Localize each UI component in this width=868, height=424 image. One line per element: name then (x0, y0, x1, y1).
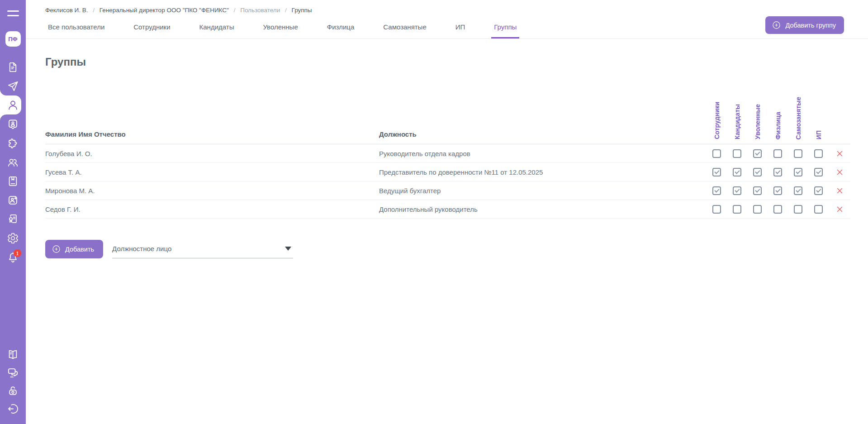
row-name: Седов Г. И. (45, 205, 379, 213)
checkbox-self-employed[interactable] (794, 205, 802, 214)
sidebar-item-notifications[interactable]: 1 (0, 248, 26, 267)
checkbox-candidates[interactable] (733, 186, 741, 195)
delete-row-button[interactable] (835, 167, 844, 177)
logout-icon (7, 403, 19, 415)
row-name: Голубева И. О. (45, 150, 379, 157)
delete-row-button[interactable] (835, 205, 844, 214)
gear-icon (7, 232, 19, 244)
checkbox-dismissed[interactable] (753, 168, 762, 176)
chevron-down-icon (285, 247, 291, 251)
checkbox-ip[interactable] (814, 186, 823, 195)
checkbox-ip[interactable] (814, 205, 823, 214)
add-group-button[interactable]: Добавить группу (765, 16, 844, 34)
checkbox-individuals[interactable] (773, 186, 782, 195)
checkbox-individuals[interactable] (773, 168, 782, 176)
role-select-value: Должностное лицо (112, 245, 171, 252)
app-logo[interactable]: ПФ (5, 31, 21, 47)
checkbox-candidates[interactable] (733, 205, 741, 214)
tab-ip[interactable]: ИП (453, 19, 468, 38)
row-position: Руководитель отдела кадров (379, 150, 707, 157)
breadcrumb-separator: / (234, 7, 236, 14)
checkbox-candidates[interactable] (733, 149, 741, 158)
user-badge-icon (7, 118, 19, 130)
tab-candidates[interactable]: Кандидаты (197, 19, 237, 38)
checkbox-self-employed[interactable] (794, 168, 802, 176)
sidebar-item-logout[interactable] (0, 400, 26, 418)
tabs-bar: Все пользователи Сотрудники Кандидаты Ув… (26, 19, 868, 39)
sidebar-nav-bottom (0, 345, 26, 418)
active-curve-top (0, 89, 6, 95)
sidebar-item-security[interactable] (0, 381, 26, 400)
checkbox-employees[interactable] (712, 205, 721, 214)
breadcrumb-separator: / (93, 7, 95, 14)
checkbox-individuals[interactable] (773, 205, 782, 214)
paper-plane-icon (7, 80, 19, 92)
notification-badge: 1 (14, 249, 21, 257)
sidebar: ПФ (0, 0, 26, 424)
sidebar-item-certificates[interactable] (0, 210, 26, 229)
sidebar-item-support[interactable] (0, 363, 26, 381)
sidebar-item-integrations[interactable] (0, 133, 26, 152)
tab-dismissed[interactable]: Уволенные (260, 19, 300, 38)
column-header-name: Фамилия Имя Отчество (45, 130, 379, 144)
sidebar-item-settings[interactable] (0, 229, 26, 248)
sidebar-item-add-user[interactable] (0, 191, 26, 210)
tab-self-employed[interactable]: Самозанятые (380, 19, 429, 38)
checkbox-dismissed[interactable] (753, 149, 762, 158)
document-icon (7, 61, 19, 73)
plus-circle-icon (772, 20, 781, 30)
page-title: Группы (45, 56, 868, 68)
delete-x-icon (836, 150, 844, 157)
breadcrumb-separator: / (285, 7, 287, 14)
sidebar-item-teams[interactable] (0, 152, 26, 172)
sidebar-item-users[interactable] (0, 95, 26, 114)
breadcrumb-role[interactable]: Генеральный директор ООО "ПКО "ФЕНИКС" (100, 7, 229, 14)
checkbox-ip[interactable] (814, 149, 823, 158)
checkbox-dismissed[interactable] (753, 186, 762, 195)
certificate-icon (7, 213, 19, 225)
breadcrumb-users[interactable]: Пользователи (240, 7, 280, 14)
tab-employees[interactable]: Сотрудники (131, 19, 173, 38)
checkbox-self-employed[interactable] (794, 186, 802, 195)
breadcrumb-user[interactable]: Феклисов И. В. (45, 7, 88, 14)
sidebar-item-knowledge-base[interactable] (0, 345, 26, 363)
people-group-icon (7, 156, 19, 168)
checkbox-ip[interactable] (814, 168, 823, 176)
tab-groups[interactable]: Группы (491, 19, 519, 38)
delete-row-button[interactable] (835, 149, 844, 158)
checkbox-individuals[interactable] (773, 149, 782, 158)
delete-x-icon (836, 205, 844, 213)
delete-row-button[interactable] (835, 186, 844, 195)
row-position: Ведущий бухгалтер (379, 187, 707, 195)
checkbox-candidates[interactable] (733, 168, 741, 176)
table-row: Миронова М. А. Ведущий бухгалтер (45, 181, 850, 200)
checkbox-dismissed[interactable] (753, 205, 762, 214)
tab-individuals[interactable]: Физлица (324, 19, 357, 38)
lock-open-icon (7, 385, 19, 397)
book-bookmark-icon (7, 175, 19, 187)
puzzle-icon (7, 137, 19, 149)
sidebar-item-documents[interactable] (0, 57, 26, 76)
checkbox-self-employed[interactable] (794, 149, 802, 158)
row-position: Представитель по доверенности №11 от 12.… (379, 168, 707, 176)
sidebar-item-journal[interactable] (0, 172, 26, 191)
breadcrumb-groups[interactable]: Группы (292, 7, 312, 14)
role-select[interactable]: Должностное лицо (112, 240, 293, 258)
add-member-button[interactable]: Добавить (45, 240, 103, 258)
table-row: Голубева И. О. Руководитель отдела кадро… (45, 144, 850, 163)
support-chat-icon (7, 367, 19, 379)
sidebar-item-profile-card[interactable] (0, 114, 26, 133)
table-header-row: Фамилия Имя Отчество Должность Сотрудник… (45, 76, 850, 144)
user-add-icon (7, 194, 19, 206)
checkbox-employees[interactable] (712, 149, 721, 158)
user-icon (7, 99, 19, 111)
menu-icon[interactable] (7, 7, 19, 19)
checkbox-employees[interactable] (712, 168, 721, 176)
footer-controls: Добавить Должностное лицо (45, 240, 868, 258)
row-position: Дополнительный руководитель (379, 205, 707, 213)
main-content: Феклисов И. В. / Генеральный директор ОО… (26, 0, 868, 424)
checkbox-employees[interactable] (712, 186, 721, 195)
open-book-icon (7, 348, 19, 361)
sidebar-nav: 1 (0, 57, 26, 267)
tab-all-users[interactable]: Все пользователи (45, 19, 107, 38)
